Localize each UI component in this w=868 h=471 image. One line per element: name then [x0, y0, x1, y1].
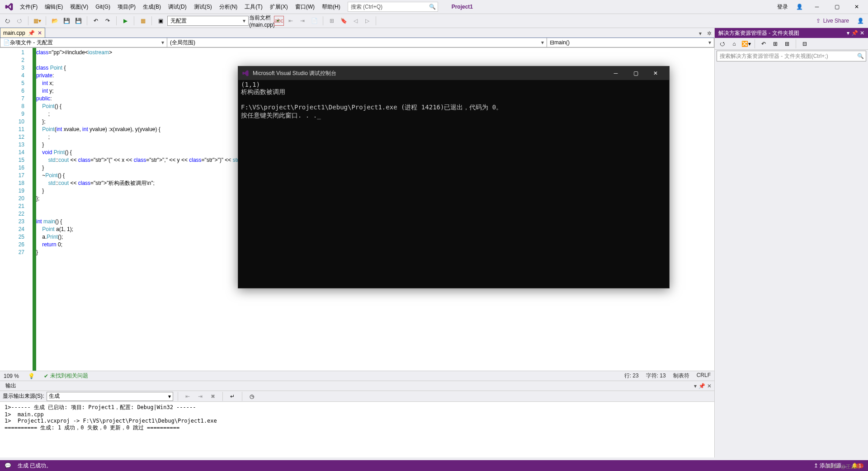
menu-tools[interactable]: 工具(T)	[241, 1, 266, 13]
main-toolbar: ⭮ ⭯ ▦▾ 📂 💾 💾 ↶ ↷ ▶ ▦ ▣ 无配置 ▶ 当前文档(main.c…	[0, 14, 868, 28]
tab-close-icon[interactable]: ✕	[38, 30, 42, 36]
debug-console-window[interactable]: Microsoft Visual Studio 调试控制台 ─ ▢ ✕ (1,1…	[238, 66, 670, 288]
menu-analyze[interactable]: 分析(N)	[216, 1, 241, 13]
bookmark2-button[interactable]: 🔖	[339, 16, 349, 26]
editor-tabstrip: main.cpp 📌 ✕ ▾ ✲	[0, 28, 714, 38]
code-navbar: 📄 杂项文件 - 无配置 (全局范围) ⊟ main()	[0, 38, 714, 48]
lightbulb-icon[interactable]: 💡	[28, 373, 35, 379]
out-clear-icon[interactable]: ✖	[208, 391, 218, 401]
sol-dropdown-icon[interactable]: ▾	[847, 30, 849, 36]
sol-sync-icon[interactable]: ⊞	[770, 39, 780, 49]
menu-debug[interactable]: 调试(D)	[165, 1, 190, 13]
sol-close-icon[interactable]: ✕	[860, 30, 864, 36]
output-close-icon[interactable]: ✕	[707, 383, 712, 389]
bookmark-button[interactable]: 📄	[309, 16, 319, 26]
output-pin-icon[interactable]: 📌	[698, 383, 705, 389]
open-button[interactable]: 📂	[50, 16, 60, 26]
output-panel: 输出 ▾ 📌 ✕ 显示输出来源(S): 生成 ⇤ ⇥ ✖ ↵ ◷ 1>-----…	[0, 381, 714, 457]
window-minimize[interactable]: ─	[807, 0, 826, 13]
tab-main-cpp[interactable]: main.cpp 📌 ✕	[0, 28, 45, 38]
menu-file[interactable]: 文件(F)	[16, 1, 41, 13]
liveshare-button[interactable]: ⇪ Live Share	[811, 18, 854, 24]
nav-member-select[interactable]: ⊟ main()	[547, 38, 714, 47]
solution-platform-button[interactable]: ▦	[138, 16, 148, 26]
global-search-input[interactable]: 搜索 (Ctrl+Q) 🔍	[348, 2, 438, 12]
menu-test[interactable]: 测试(S)	[190, 1, 216, 13]
start-button[interactable]: ▶	[120, 16, 130, 26]
console-minimize[interactable]: ─	[606, 66, 626, 80]
save-all-button[interactable]: 💾	[73, 16, 83, 26]
output-source-label: 显示输出来源(S):	[3, 392, 44, 400]
zoom-level[interactable]: 109 %	[4, 373, 19, 379]
signin-link[interactable]: 登录	[774, 1, 792, 13]
menu-git[interactable]: Git(G)	[92, 2, 114, 12]
pin-icon[interactable]: 📌	[28, 30, 35, 36]
menu-view[interactable]: 视图(V)	[66, 1, 92, 13]
indent-mode: 制表符	[673, 372, 689, 380]
comment-button[interactable]: ⇤	[286, 16, 296, 26]
solution-toolbar: ⭯ ⌂ 🔀▾ ↶ ⊞ ⊞ ⊟	[715, 38, 868, 50]
prev-bookmark[interactable]: ◁	[350, 16, 360, 26]
step-in-icon[interactable]: abc	[274, 16, 284, 26]
menu-project[interactable]: 项目(P)	[114, 1, 139, 13]
back-button[interactable]: ⭮	[3, 16, 13, 26]
console-maximize[interactable]: ▢	[626, 66, 646, 80]
console-titlebar[interactable]: Microsoft Visual Studio 调试控制台 ─ ▢ ✕	[238, 66, 669, 80]
menu-ext[interactable]: 扩展(X)	[266, 1, 292, 13]
out-wrap-icon[interactable]: ↵	[227, 391, 237, 401]
sol-pin-icon[interactable]: 📌	[851, 30, 858, 36]
menu-edit[interactable]: 编辑(E)	[41, 1, 66, 13]
out-prev-icon[interactable]: ⇤	[183, 391, 193, 401]
cursor-line: 行: 23	[624, 372, 639, 380]
sol-switch-icon[interactable]: 🔀▾	[741, 39, 751, 49]
forward-button[interactable]: ⭯	[14, 16, 24, 26]
next-bookmark[interactable]: ▷	[362, 16, 372, 26]
feedback-icon[interactable]: 💬	[5, 462, 11, 469]
config-select[interactable]: 无配置	[167, 16, 249, 26]
run-target-button[interactable]: ▶ 当前文档(main.cpp) ▾	[256, 16, 266, 26]
editor-statusbar: 109 % 💡 ✔ 未找到相关问题 行: 23 字符: 13 制表符 CRLF	[0, 371, 714, 381]
sol-home-icon[interactable]: ⌂	[729, 39, 739, 49]
menubar: 文件(F) 编辑(E) 视图(V) Git(G) 项目(P) 生成(B) 调试(…	[0, 0, 868, 14]
output-dropdown-icon[interactable]: ▾	[694, 383, 697, 389]
menu-help[interactable]: 帮助(H)	[318, 1, 344, 13]
console-close[interactable]: ✕	[646, 66, 665, 80]
feedback-button[interactable]: 👤	[855, 16, 865, 26]
nav-scope-select[interactable]: (全局范围)	[167, 38, 547, 47]
redo-button[interactable]: ↷	[103, 16, 113, 26]
new-item-button[interactable]: ▦▾	[32, 16, 42, 26]
menu-build[interactable]: 生成(B)	[139, 1, 165, 13]
project-name: Project1	[452, 4, 473, 10]
user-icon[interactable]: 👤	[793, 4, 807, 10]
sol-refresh-icon[interactable]: ⭯	[717, 39, 727, 49]
tab-dropdown[interactable]: ▾	[696, 29, 704, 38]
watermark: CSDN @王大可~	[825, 463, 863, 470]
sol-back-icon[interactable]: ↶	[759, 39, 769, 49]
no-issues-label: ✔ 未找到相关问题	[44, 372, 88, 380]
tab-settings-icon[interactable]: ✲	[705, 29, 713, 38]
save-button[interactable]: 💾	[61, 16, 71, 26]
menu-window[interactable]: 窗口(W)	[292, 1, 318, 13]
window-maximize[interactable]: ▢	[827, 0, 846, 13]
status-message: 生成 已成功。	[18, 462, 52, 470]
output-title: 输出	[3, 382, 19, 390]
window-close[interactable]: ✕	[847, 0, 866, 13]
search-icon: 🔍	[429, 4, 436, 10]
sol-collapse-icon[interactable]: ⊟	[800, 39, 810, 49]
build-config-button[interactable]: ▣	[156, 16, 165, 26]
solution-search-input[interactable]: 搜索解决方案资源管理器 - 文件夹视图(Ctrl+;) 🔍	[717, 51, 866, 61]
console-title: Microsoft Visual Studio 调试控制台	[253, 70, 336, 77]
solution-explorer: 解决方案资源管理器 - 文件夹视图 ▾ 📌 ✕ ⭯ ⌂ 🔀▾ ↶ ⊞ ⊞ ⊟ 搜…	[714, 28, 868, 457]
output-body[interactable]: 1>------ 生成 已启动: 项目: Project1，配置: Debug|…	[0, 402, 714, 457]
toggle-button[interactable]: ⊞	[327, 16, 337, 26]
sol-showall-icon[interactable]: ⊞	[782, 39, 792, 49]
output-source-select[interactable]: 生成	[47, 392, 173, 401]
nav-file-select[interactable]: 📄 杂项文件 - 无配置	[0, 38, 167, 47]
undo-button[interactable]: ↶	[91, 16, 101, 26]
tab-label: main.cpp	[3, 30, 25, 36]
line-gutter: 1234567891011121314151617181920212223242…	[0, 48, 33, 371]
out-next-icon[interactable]: ⇥	[195, 391, 205, 401]
uncomment-button[interactable]: ⇥	[297, 16, 307, 26]
console-body[interactable]: (1,1) 析构函数被调用 F:\VS\project\Project1\Deb…	[238, 80, 669, 288]
out-time-icon[interactable]: ◷	[247, 391, 257, 401]
